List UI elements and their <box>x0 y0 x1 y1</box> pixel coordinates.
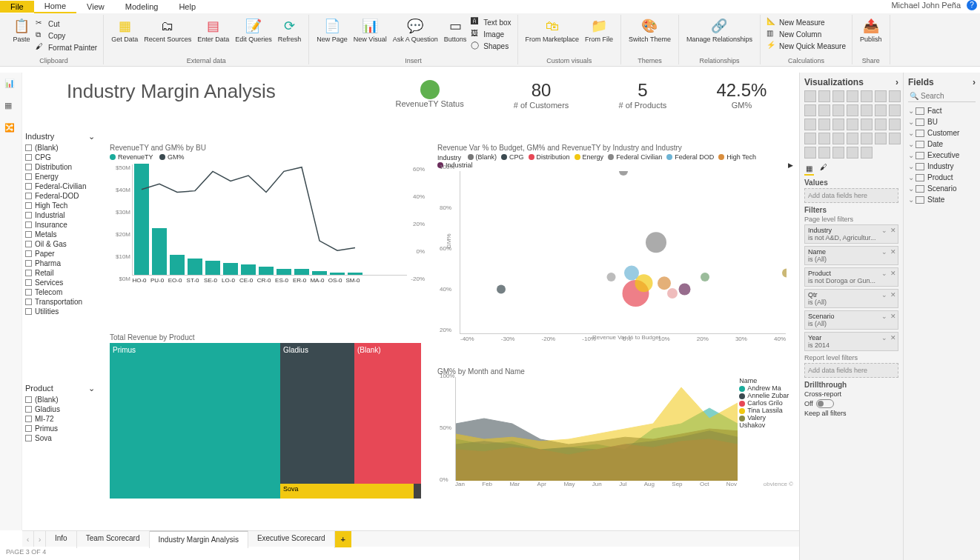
chevron-down-icon[interactable]: ⌄ <box>908 184 916 193</box>
visual-type-icon[interactable] <box>875 104 887 116</box>
field-table[interactable]: ⌄BU <box>908 116 976 127</box>
visual-type-icon[interactable] <box>804 119 816 130</box>
chevron-down-icon[interactable]: ⌄ <box>881 227 887 234</box>
chevron-down-icon[interactable]: ⌄ <box>881 334 887 341</box>
slicer-item[interactable]: Retail <box>25 268 99 278</box>
visual-type-icon[interactable] <box>875 133 887 144</box>
visual-type-icon[interactable] <box>847 133 858 144</box>
bar[interactable] <box>205 261 220 275</box>
filter-card[interactable]: Yearis 2014⌄✕ <box>804 332 898 351</box>
image-button[interactable]: 🖼Image <box>469 28 512 40</box>
visual-type-icon[interactable] <box>861 133 873 144</box>
close-icon[interactable]: ✕ <box>890 313 896 320</box>
bar[interactable] <box>330 273 345 275</box>
slicer-item[interactable]: Federal-Civilian <box>25 181 99 191</box>
visual-type-icon[interactable] <box>875 90 887 102</box>
chevron-down-icon[interactable]: ⌄ <box>881 313 887 320</box>
chevron-right-icon[interactable]: › <box>973 77 976 87</box>
checkbox-icon[interactable] <box>25 260 32 267</box>
visual-type-icon[interactable] <box>889 119 901 130</box>
chevron-down-icon[interactable]: ⌄ <box>908 151 916 159</box>
current-user[interactable]: Michael John Peña <box>891 1 961 10</box>
page-tab[interactable]: Team Scorecard <box>77 530 150 548</box>
close-icon[interactable]: ✕ <box>890 270 896 277</box>
new-measure-button[interactable]: 📐New Measure <box>765 16 847 28</box>
visual-type-icon[interactable] <box>804 133 816 144</box>
slicer-item[interactable]: Metals <box>25 230 99 239</box>
visual-type-icon[interactable] <box>832 119 844 130</box>
quick-measure-button[interactable]: ⚡New Quick Measure <box>765 40 847 52</box>
visual-type-icon[interactable] <box>804 147 816 159</box>
report-view-icon[interactable]: 📊 <box>4 79 18 92</box>
slicer-item[interactable]: MI-72 <box>25 414 99 424</box>
page-tab[interactable]: Industry Margin Analysis <box>150 530 248 548</box>
checkbox-icon[interactable] <box>25 270 32 276</box>
checkbox-icon[interactable] <box>25 202 32 209</box>
visual-picker[interactable] <box>804 90 898 159</box>
visual-type-icon[interactable] <box>804 104 816 116</box>
slicer-item[interactable]: (Blank) <box>25 143 99 153</box>
visual-type-icon[interactable] <box>818 133 830 144</box>
field-table[interactable]: ⌄Executive <box>908 150 976 161</box>
treemap-cell[interactable]: Sova <box>280 484 414 499</box>
chart-revenue-bu[interactable]: RevenueTY and GM% by BU RevenueTY GM% $0… <box>110 144 425 282</box>
treemap-cell[interactable]: (Blank) <box>354 343 421 499</box>
checkbox-icon[interactable] <box>25 231 32 238</box>
slicer-item[interactable]: Federal-DOD <box>25 191 99 201</box>
visual-type-icon[interactable] <box>847 104 858 116</box>
menu-help[interactable]: Help <box>168 1 206 13</box>
visual-type-icon[interactable] <box>832 104 844 116</box>
visual-type-icon[interactable] <box>847 90 858 102</box>
chart-treemap[interactable]: Total Revenue by Product Primus Gladius … <box>110 333 421 499</box>
checkbox-icon[interactable] <box>25 212 32 219</box>
textbox-button[interactable]: 🅰Text box <box>469 16 512 28</box>
chevron-down-icon[interactable]: ⌄ <box>881 270 887 277</box>
chevron-down-icon[interactable]: ⌄ <box>88 384 95 393</box>
chevron-down-icon[interactable]: ⌄ <box>908 107 916 115</box>
slicer-item[interactable]: Gladius <box>25 404 99 414</box>
chart-area[interactable]: GM% by Month and Name 0%50%100% Name And… <box>437 367 793 487</box>
help-icon[interactable]: ? <box>967 0 977 10</box>
checkbox-icon[interactable] <box>25 241 32 247</box>
slicer-item[interactable]: Distribution <box>25 162 99 172</box>
visual-type-icon[interactable] <box>889 90 901 102</box>
visual-type-icon[interactable] <box>832 147 844 159</box>
bar[interactable] <box>294 269 309 275</box>
bar[interactable] <box>188 259 202 275</box>
checkbox-icon[interactable] <box>25 299 32 305</box>
publish-button[interactable]: 📤Publish <box>857 15 885 44</box>
cut-button[interactable]: ✂Cut <box>34 18 99 30</box>
bar[interactable] <box>170 255 185 275</box>
close-icon[interactable]: ✕ <box>890 291 896 299</box>
field-table[interactable]: ⌄Fact <box>908 105 976 116</box>
chevron-down-icon[interactable]: ⌄ <box>908 162 916 170</box>
visual-type-icon[interactable] <box>818 119 830 130</box>
close-icon[interactable]: ✕ <box>890 334 896 341</box>
slicer-item[interactable]: Energy <box>25 172 99 181</box>
checkbox-icon[interactable] <box>25 425 32 432</box>
chevron-down-icon[interactable]: ⌄ <box>908 129 916 137</box>
checkbox-icon[interactable] <box>25 435 32 441</box>
switch-theme-button[interactable]: 🎨Switch Theme <box>626 15 674 44</box>
field-table[interactable]: ⌄State <box>908 194 976 205</box>
visual-type-icon[interactable] <box>804 90 816 102</box>
slicer-item[interactable]: Insurance <box>25 220 99 230</box>
chevron-down-icon[interactable]: ⌄ <box>908 118 916 126</box>
menu-view[interactable]: View <box>76 1 115 13</box>
chevron-down-icon[interactable]: ⌄ <box>908 140 916 148</box>
visual-type-icon[interactable] <box>832 90 844 102</box>
visual-type-icon[interactable] <box>847 119 858 130</box>
marketplace-button[interactable]: 🛍From Marketplace <box>523 15 583 44</box>
field-table[interactable]: ⌄Scenario <box>908 183 976 194</box>
slicer-item[interactable]: Utilities <box>25 307 99 316</box>
report-filters-well[interactable]: Add data fields here <box>804 363 898 378</box>
slicer-item[interactable]: Oil & Gas <box>25 239 99 249</box>
visual-type-icon[interactable] <box>889 104 901 116</box>
slicer-item[interactable]: Sova <box>25 433 99 443</box>
chevron-down-icon[interactable]: ⌄ <box>908 173 916 181</box>
bar[interactable] <box>134 164 149 275</box>
cross-report-toggle[interactable] <box>816 399 834 408</box>
close-icon[interactable]: ✕ <box>890 248 896 256</box>
treemap-cell[interactable]: Primus <box>110 343 280 499</box>
visual-type-icon[interactable] <box>875 119 887 130</box>
